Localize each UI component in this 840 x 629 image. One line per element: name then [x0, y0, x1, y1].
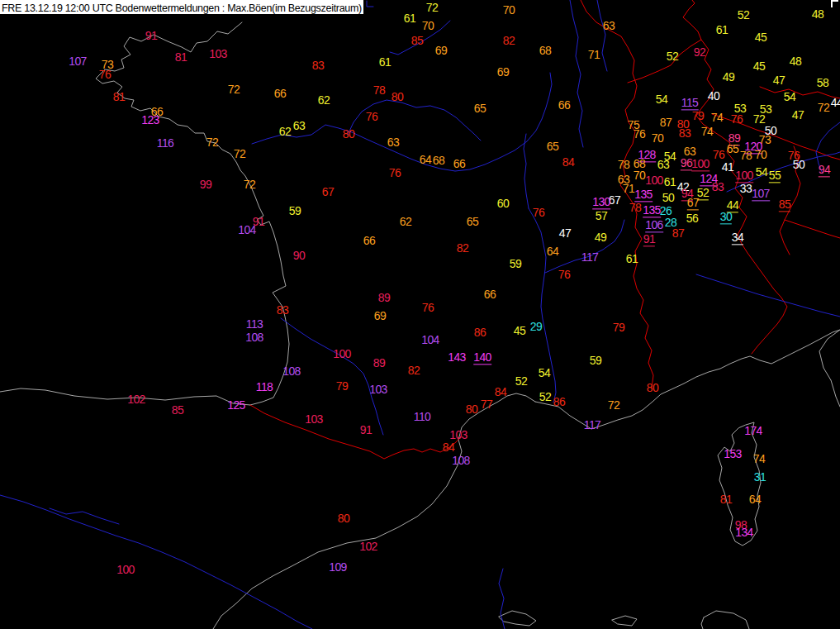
- station-gust-value: 66: [453, 158, 465, 169]
- station-gust-value: 71: [588, 49, 600, 60]
- station-gust-value: 64: [547, 245, 558, 257]
- station-gust-value: 100: [333, 348, 351, 360]
- station-gust-value: 61: [716, 24, 728, 36]
- station-gust-value: 79: [336, 380, 348, 392]
- station-gust-value: 62: [400, 216, 411, 227]
- station-gust-value: 47: [792, 109, 804, 121]
- station-gust-value: 76: [713, 149, 724, 160]
- station-gust-value: 83: [679, 127, 691, 139]
- station-gust-value: 94: [819, 164, 830, 177]
- station-gust-value: 108: [452, 455, 470, 466]
- station-gust-value: 49: [595, 231, 606, 243]
- station-gust-value: 50: [793, 159, 804, 170]
- station-gust-value: 85: [411, 35, 423, 46]
- station-gust-value: 60: [497, 198, 509, 209]
- station-gust-value: 83: [712, 181, 724, 193]
- station-gust-value: 82: [457, 242, 468, 254]
- station-gust-value: 70: [634, 169, 645, 181]
- station-gust-value: 63: [657, 159, 669, 170]
- station-gust-value: 47: [559, 227, 571, 239]
- station-gust-value: 61: [626, 253, 638, 264]
- station-gust-value: 33: [740, 183, 752, 194]
- station-gust-value: 62: [318, 94, 330, 106]
- station-gust-value: 84: [495, 386, 506, 398]
- station-gust-value: 67: [322, 186, 334, 198]
- station-gust-value: 76: [389, 167, 401, 179]
- station-gust-value: 50: [662, 192, 674, 203]
- station-gust-value: 76: [99, 69, 111, 80]
- station-gust-value: 87: [660, 117, 672, 128]
- station-gust-value: 100: [691, 158, 709, 171]
- station-gust-value: 76: [422, 302, 434, 313]
- station-gust-value: 58: [817, 77, 828, 88]
- station-gust-value: 49: [723, 71, 734, 83]
- station-gust-value: 72: [753, 113, 765, 125]
- station-gust-value: 78: [618, 159, 629, 170]
- station-gust-value: 80: [392, 91, 403, 102]
- station-gust-value: 59: [289, 205, 301, 217]
- station-gust-value: 80: [647, 382, 658, 393]
- station-gust-value: 81: [175, 51, 187, 63]
- station-gust-value: 26: [660, 205, 672, 217]
- station-gust-value: 117: [584, 419, 601, 431]
- station-gust-value: 86: [553, 396, 565, 407]
- station-gust-value: 78: [373, 84, 385, 96]
- station-values-layer: 7270524861637061914585826968921037152811…: [0, 0, 840, 629]
- station-gust-value: 103: [369, 384, 387, 395]
- station-gust-value: 110: [414, 411, 431, 422]
- station-gust-value: 153: [724, 448, 742, 460]
- station-gust-value: 134: [735, 527, 753, 538]
- station-gust-value: 72: [426, 2, 438, 13]
- station-gust-value: 83: [312, 60, 324, 71]
- station-gust-value: 48: [812, 8, 823, 20]
- station-gust-value: 66: [274, 88, 286, 99]
- station-gust-value: 63: [387, 136, 399, 148]
- station-gust-value: 82: [408, 365, 420, 376]
- station-gust-value: 83: [277, 304, 288, 316]
- station-gust-value: 81: [720, 493, 732, 505]
- station-gust-value: 63: [603, 20, 615, 31]
- station-gust-value: 65: [467, 216, 478, 227]
- station-gust-value: 79: [692, 110, 704, 122]
- station-gust-value: 68: [539, 45, 551, 56]
- station-gust-value: 79: [613, 322, 624, 333]
- station-gust-value: 72: [206, 136, 218, 148]
- station-gust-value: 174: [744, 425, 762, 436]
- station-gust-value: 70: [755, 149, 766, 160]
- station-gust-value: 108: [245, 331, 263, 343]
- station-gust-value: 54: [784, 91, 795, 102]
- station-gust-value: 82: [503, 35, 515, 46]
- station-gust-value: 70: [652, 132, 663, 144]
- station-gust-value: 78: [629, 202, 641, 213]
- station-gust-value: 103: [209, 48, 227, 60]
- station-gust-value: 76: [731, 113, 743, 125]
- station-gust-value: 117: [581, 251, 599, 263]
- station-gust-value: 52: [539, 391, 551, 403]
- station-gust-value: 59: [590, 355, 601, 366]
- station-gust-value: 76: [366, 111, 377, 122]
- station-gust-value: 103: [305, 413, 323, 425]
- station-gust-value: 78: [740, 150, 752, 161]
- station-gust-value: 72: [608, 399, 619, 411]
- station-gust-value: 48: [790, 55, 801, 67]
- station-gust-value: 72: [234, 148, 245, 160]
- station-gust-value: 54: [539, 367, 550, 379]
- station-gust-value: 90: [293, 250, 305, 261]
- station-gust-value: 77: [481, 398, 492, 410]
- station-gust-value: 108: [282, 365, 301, 377]
- station-gust-value: 143: [448, 351, 466, 363]
- station-gust-value: 99: [200, 179, 211, 190]
- station-gust-value: 91: [643, 233, 655, 246]
- station-gust-value: 107: [752, 188, 770, 201]
- station-gust-value: 29: [530, 321, 542, 332]
- station-gust-value: 65: [474, 102, 486, 114]
- station-gust-value: 80: [466, 403, 477, 415]
- station-gust-value: 109: [329, 561, 347, 573]
- station-gust-value: 106: [645, 219, 663, 232]
- station-gust-value: 76: [634, 128, 645, 140]
- station-gust-value: 76: [533, 207, 544, 218]
- station-gust-value: 102: [127, 393, 145, 405]
- station-gust-value: 115: [681, 97, 699, 110]
- station-gust-value: 68: [634, 158, 645, 169]
- station-gust-value: 30: [720, 211, 732, 224]
